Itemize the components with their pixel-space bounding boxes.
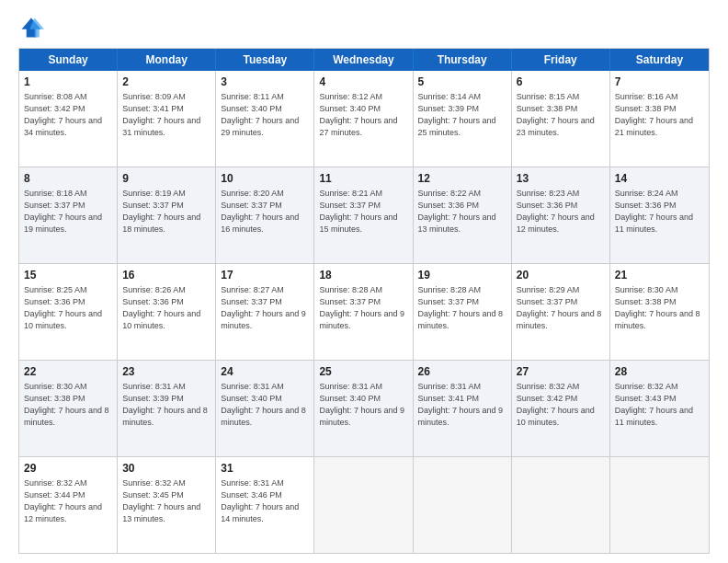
day-number: 30 bbox=[122, 461, 210, 476]
day-number: 13 bbox=[517, 171, 605, 186]
calendar-body: 1 Sunrise: 8:08 AMSunset: 3:42 PMDayligh… bbox=[19, 71, 709, 553]
header-day-friday: Friday bbox=[512, 49, 610, 71]
day-cell-29: 29 Sunrise: 8:32 AMSunset: 3:44 PMDaylig… bbox=[19, 457, 118, 553]
day-cell-1: 1 Sunrise: 8:08 AMSunset: 3:42 PMDayligh… bbox=[19, 71, 118, 167]
cell-info: Sunrise: 8:20 AMSunset: 3:37 PMDaylight:… bbox=[221, 189, 299, 233]
day-number: 2 bbox=[122, 75, 210, 89]
day-cell-28: 28 Sunrise: 8:32 AMSunset: 3:43 PMDaylig… bbox=[610, 361, 709, 456]
day-cell-10: 10 Sunrise: 8:20 AMSunset: 3:37 PMDaylig… bbox=[216, 167, 314, 263]
cell-info: Sunrise: 8:21 AMSunset: 3:37 PMDaylight:… bbox=[319, 189, 397, 233]
day-cell-23: 23 Sunrise: 8:31 AMSunset: 3:39 PMDaylig… bbox=[118, 361, 216, 456]
day-number: 8 bbox=[24, 171, 112, 186]
day-number: 7 bbox=[615, 75, 704, 89]
cell-info: Sunrise: 8:24 AMSunset: 3:36 PMDaylight:… bbox=[615, 189, 693, 233]
cell-info: Sunrise: 8:08 AMSunset: 3:42 PMDaylight:… bbox=[24, 92, 102, 136]
day-number: 23 bbox=[122, 364, 210, 379]
cell-info: Sunrise: 8:15 AMSunset: 3:38 PMDaylight:… bbox=[517, 92, 595, 136]
day-number: 21 bbox=[615, 268, 704, 282]
day-number: 6 bbox=[517, 75, 605, 89]
empty-cell bbox=[314, 457, 413, 553]
day-cell-25: 25 Sunrise: 8:31 AMSunset: 3:40 PMDaylig… bbox=[314, 361, 413, 456]
day-cell-22: 22 Sunrise: 8:30 AMSunset: 3:38 PMDaylig… bbox=[19, 361, 118, 456]
day-cell-24: 24 Sunrise: 8:31 AMSunset: 3:40 PMDaylig… bbox=[216, 361, 314, 456]
cell-info: Sunrise: 8:16 AMSunset: 3:38 PMDaylight:… bbox=[615, 92, 693, 136]
cell-info: Sunrise: 8:31 AMSunset: 3:41 PMDaylight:… bbox=[418, 382, 504, 426]
page: SundayMondayTuesdayWednesdayThursdayFrid… bbox=[0, 0, 728, 563]
day-number: 11 bbox=[319, 171, 407, 186]
cell-info: Sunrise: 8:12 AMSunset: 3:40 PMDaylight:… bbox=[319, 92, 397, 136]
day-number: 1 bbox=[24, 75, 112, 89]
calendar: SundayMondayTuesdayWednesdayThursdayFrid… bbox=[18, 48, 710, 554]
day-cell-15: 15 Sunrise: 8:25 AMSunset: 3:36 PMDaylig… bbox=[19, 264, 118, 360]
day-cell-19: 19 Sunrise: 8:28 AMSunset: 3:37 PMDaylig… bbox=[414, 264, 512, 360]
cell-info: Sunrise: 8:14 AMSunset: 3:39 PMDaylight:… bbox=[418, 92, 496, 136]
day-cell-8: 8 Sunrise: 8:18 AMSunset: 3:37 PMDayligh… bbox=[19, 167, 118, 263]
day-cell-18: 18 Sunrise: 8:28 AMSunset: 3:37 PMDaylig… bbox=[314, 264, 413, 360]
cell-info: Sunrise: 8:31 AMSunset: 3:40 PMDaylight:… bbox=[221, 382, 306, 426]
day-cell-26: 26 Sunrise: 8:31 AMSunset: 3:41 PMDaylig… bbox=[414, 361, 512, 456]
cell-info: Sunrise: 8:30 AMSunset: 3:38 PMDaylight:… bbox=[24, 382, 109, 426]
calendar-row-3: 15 Sunrise: 8:25 AMSunset: 3:36 PMDaylig… bbox=[19, 264, 709, 361]
day-number: 27 bbox=[517, 364, 605, 379]
day-number: 4 bbox=[319, 75, 407, 89]
cell-info: Sunrise: 8:22 AMSunset: 3:36 PMDaylight:… bbox=[418, 189, 496, 233]
calendar-row-4: 22 Sunrise: 8:30 AMSunset: 3:38 PMDaylig… bbox=[19, 361, 709, 457]
day-cell-14: 14 Sunrise: 8:24 AMSunset: 3:36 PMDaylig… bbox=[610, 167, 709, 263]
header bbox=[18, 15, 710, 40]
day-cell-20: 20 Sunrise: 8:29 AMSunset: 3:37 PMDaylig… bbox=[512, 264, 610, 360]
logo-icon bbox=[18, 15, 44, 40]
calendar-row-5: 29 Sunrise: 8:32 AMSunset: 3:44 PMDaylig… bbox=[19, 457, 709, 553]
day-number: 31 bbox=[221, 461, 309, 476]
day-cell-3: 3 Sunrise: 8:11 AMSunset: 3:40 PMDayligh… bbox=[216, 71, 314, 167]
cell-info: Sunrise: 8:29 AMSunset: 3:37 PMDaylight:… bbox=[517, 285, 602, 329]
day-number: 3 bbox=[221, 75, 309, 89]
day-number: 10 bbox=[221, 171, 309, 186]
day-number: 20 bbox=[517, 268, 605, 282]
cell-info: Sunrise: 8:11 AMSunset: 3:40 PMDaylight:… bbox=[221, 92, 299, 136]
day-cell-30: 30 Sunrise: 8:32 AMSunset: 3:45 PMDaylig… bbox=[118, 457, 216, 553]
day-number: 15 bbox=[24, 268, 112, 282]
day-number: 29 bbox=[24, 461, 112, 476]
day-cell-16: 16 Sunrise: 8:26 AMSunset: 3:36 PMDaylig… bbox=[118, 264, 216, 360]
day-number: 26 bbox=[418, 364, 506, 379]
day-number: 17 bbox=[221, 268, 309, 282]
day-cell-12: 12 Sunrise: 8:22 AMSunset: 3:36 PMDaylig… bbox=[414, 167, 512, 263]
day-cell-21: 21 Sunrise: 8:30 AMSunset: 3:38 PMDaylig… bbox=[610, 264, 709, 360]
day-cell-4: 4 Sunrise: 8:12 AMSunset: 3:40 PMDayligh… bbox=[314, 71, 413, 167]
header-day-tuesday: Tuesday bbox=[216, 49, 314, 71]
header-day-thursday: Thursday bbox=[414, 49, 512, 71]
cell-info: Sunrise: 8:32 AMSunset: 3:45 PMDaylight:… bbox=[122, 478, 200, 523]
day-number: 25 bbox=[319, 364, 407, 379]
cell-info: Sunrise: 8:28 AMSunset: 3:37 PMDaylight:… bbox=[418, 285, 504, 329]
empty-cell bbox=[414, 457, 512, 553]
calendar-header: SundayMondayTuesdayWednesdayThursdayFrid… bbox=[19, 49, 709, 71]
cell-info: Sunrise: 8:32 AMSunset: 3:44 PMDaylight:… bbox=[24, 478, 102, 523]
day-number: 12 bbox=[418, 171, 506, 186]
day-number: 14 bbox=[615, 171, 704, 186]
cell-info: Sunrise: 8:09 AMSunset: 3:41 PMDaylight:… bbox=[122, 92, 200, 136]
day-cell-13: 13 Sunrise: 8:23 AMSunset: 3:36 PMDaylig… bbox=[512, 167, 610, 263]
cell-info: Sunrise: 8:27 AMSunset: 3:37 PMDaylight:… bbox=[221, 285, 306, 329]
day-cell-5: 5 Sunrise: 8:14 AMSunset: 3:39 PMDayligh… bbox=[414, 71, 512, 167]
day-cell-31: 31 Sunrise: 8:31 AMSunset: 3:46 PMDaylig… bbox=[216, 457, 314, 553]
cell-info: Sunrise: 8:23 AMSunset: 3:36 PMDaylight:… bbox=[517, 189, 595, 233]
day-number: 9 bbox=[122, 171, 210, 186]
day-number: 28 bbox=[615, 364, 704, 379]
day-cell-27: 27 Sunrise: 8:32 AMSunset: 3:42 PMDaylig… bbox=[512, 361, 610, 456]
cell-info: Sunrise: 8:26 AMSunset: 3:36 PMDaylight:… bbox=[122, 285, 200, 329]
day-cell-17: 17 Sunrise: 8:27 AMSunset: 3:37 PMDaylig… bbox=[216, 264, 314, 360]
day-number: 16 bbox=[122, 268, 210, 282]
cell-info: Sunrise: 8:25 AMSunset: 3:36 PMDaylight:… bbox=[24, 285, 102, 329]
empty-cell bbox=[512, 457, 610, 553]
calendar-row-2: 8 Sunrise: 8:18 AMSunset: 3:37 PMDayligh… bbox=[19, 167, 709, 264]
day-cell-7: 7 Sunrise: 8:16 AMSunset: 3:38 PMDayligh… bbox=[610, 71, 709, 167]
cell-info: Sunrise: 8:31 AMSunset: 3:46 PMDaylight:… bbox=[221, 478, 299, 523]
logo bbox=[18, 15, 48, 40]
day-number: 19 bbox=[418, 268, 506, 282]
day-cell-6: 6 Sunrise: 8:15 AMSunset: 3:38 PMDayligh… bbox=[512, 71, 610, 167]
header-day-sunday: Sunday bbox=[19, 49, 118, 71]
header-day-saturday: Saturday bbox=[610, 49, 709, 71]
header-day-wednesday: Wednesday bbox=[314, 49, 413, 71]
day-number: 22 bbox=[24, 364, 112, 379]
cell-info: Sunrise: 8:19 AMSunset: 3:37 PMDaylight:… bbox=[122, 189, 200, 233]
